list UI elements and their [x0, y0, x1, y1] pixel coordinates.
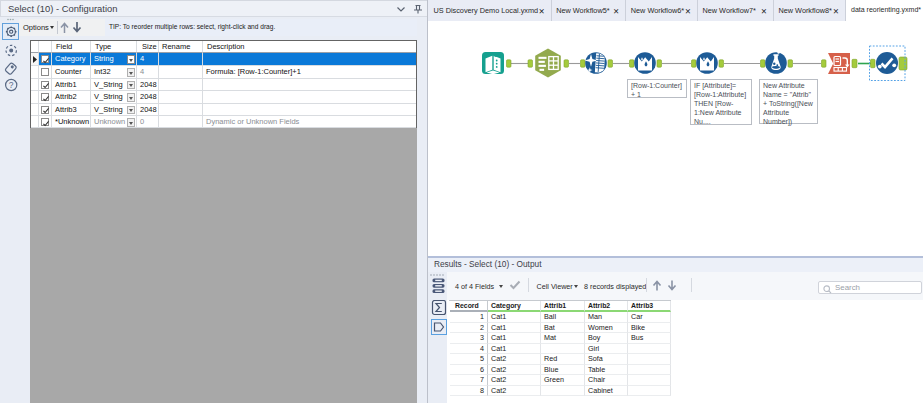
- svg-text:?: ?: [9, 80, 14, 90]
